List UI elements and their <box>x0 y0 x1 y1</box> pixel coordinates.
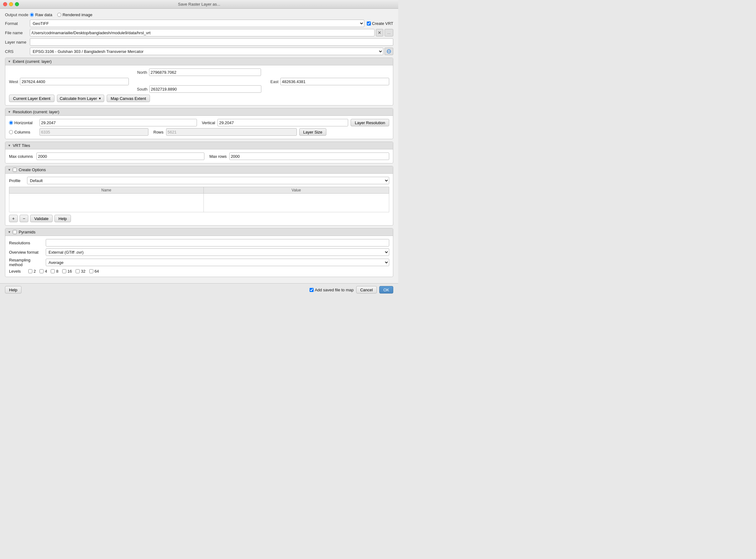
calculate-dropdown-arrow: ▼ <box>98 97 101 100</box>
pyramids-checkbox[interactable] <box>13 230 17 234</box>
help-options-button[interactable]: Help <box>54 215 71 222</box>
vertical-label: Vertical <box>202 120 215 125</box>
layer-resolution-button[interactable]: Layer Resolution <box>351 119 389 126</box>
raw-data-label: Raw data <box>35 13 52 17</box>
level-64-label: 64 <box>95 269 99 274</box>
level-8-label: 8 <box>56 269 58 274</box>
level-4-option[interactable]: 4 <box>40 269 47 274</box>
window-title: Save Raster Layer as... <box>178 2 220 6</box>
horizontal-radio[interactable] <box>9 121 13 125</box>
pyramids-arrow: ▼ <box>8 230 11 234</box>
maximize-button[interactable] <box>15 2 19 6</box>
level-16-checkbox[interactable] <box>62 269 66 273</box>
raw-data-radio[interactable] <box>30 13 34 17</box>
create-options-section-header[interactable]: ▼ Create Options <box>5 166 393 174</box>
horizontal-radio-label[interactable]: Horizontal <box>9 120 37 125</box>
extent-section-content: North 2796879.7062 West 297624.4400 East… <box>5 65 393 105</box>
profile-select[interactable]: Default <box>27 177 389 184</box>
validate-button[interactable]: Validate <box>30 215 52 222</box>
south-row: South 2632719.8890 <box>9 85 389 93</box>
ok-button[interactable]: OK <box>379 286 393 293</box>
level-8-checkbox[interactable] <box>51 269 55 273</box>
level-64-checkbox[interactable] <box>89 269 93 273</box>
south-input[interactable]: 2632719.8890 <box>149 85 261 93</box>
levels-row: Levels 2 4 8 16 <box>9 269 389 274</box>
filename-label: File name <box>5 30 30 35</box>
raw-data-option[interactable]: Raw data <box>30 13 52 17</box>
create-vrt-checkbox[interactable] <box>367 21 371 25</box>
map-canvas-extent-button[interactable]: Map Canvas Extent <box>107 95 150 102</box>
profile-row: Profile Default <box>9 177 389 184</box>
extent-section: ▼ Extent (current: layer) North 2796879.… <box>5 58 393 106</box>
minimize-button[interactable] <box>9 2 13 6</box>
vrt-tiles-arrow: ▼ <box>8 144 11 147</box>
west-input[interactable]: 297624.4400 <box>20 78 129 85</box>
rows-label: Rows <box>153 130 164 134</box>
crs-select[interactable]: EPSG:3106 - Gulshan 303 / Bangladesh Tra… <box>30 48 383 55</box>
crs-row: CRS EPSG:3106 - Gulshan 303 / Bangladesh… <box>5 48 393 55</box>
extent-section-title: Extent (current: layer) <box>13 59 52 64</box>
level-2-checkbox[interactable] <box>28 269 32 273</box>
add-saved-checkbox[interactable] <box>310 288 314 292</box>
vrt-row: Max columns 2000 Max rows 2000 <box>9 153 389 160</box>
help-button[interactable]: Help <box>5 286 21 293</box>
create-vrt-label: Create VRT <box>372 21 393 26</box>
max-rows-input[interactable]: 2000 <box>229 153 389 160</box>
level-16-label: 16 <box>68 269 72 274</box>
level-32-option[interactable]: 32 <box>76 269 85 274</box>
columns-radio[interactable] <box>9 130 13 134</box>
format-select[interactable]: GeoTIFF <box>30 20 364 27</box>
resolutions-input[interactable] <box>46 239 389 246</box>
level-2-label: 2 <box>33 269 36 274</box>
north-input[interactable]: 2796879.7062 <box>149 68 261 76</box>
resolution-section-header[interactable]: ▼ Resolution (current: layer) <box>5 108 393 116</box>
create-options-section-title: Create Options <box>19 167 46 172</box>
level-2-option[interactable]: 2 <box>28 269 36 274</box>
overview-format-select[interactable]: External (GTiff .ovr) <box>46 248 389 256</box>
dialog-body: Output mode Raw data Rendered image Form… <box>0 9 398 283</box>
filename-browse-button[interactable]: … <box>385 29 393 37</box>
level-8-option[interactable]: 8 <box>51 269 58 274</box>
crs-icon-button[interactable] <box>385 48 393 55</box>
horizontal-row: Horizontal 29.2047 Vertical 29.2047 Laye… <box>9 119 389 126</box>
south-label: South <box>137 87 147 91</box>
east-input[interactable]: 482636.4381 <box>280 78 389 85</box>
rows-input[interactable]: 5621 <box>166 128 297 136</box>
pyramids-section-header[interactable]: ▼ Pyramids <box>5 228 393 236</box>
resampling-select[interactable]: Average <box>46 259 389 266</box>
filename-input[interactable]: /Users/codrinamariailie/Desktop/banglade… <box>30 29 374 37</box>
level-64-option[interactable]: 64 <box>89 269 99 274</box>
create-vrt-option[interactable]: Create VRT <box>367 21 393 26</box>
extent-section-header[interactable]: ▼ Extent (current: layer) <box>5 58 393 65</box>
add-option-button[interactable]: + <box>9 215 18 222</box>
vrt-tiles-section-header[interactable]: ▼ VRT Tiles <box>5 142 393 150</box>
filename-clear-button[interactable]: ✕ <box>376 29 383 37</box>
resolutions-row: Resolutions <box>9 239 389 246</box>
layername-input[interactable] <box>30 38 393 46</box>
name-column-header: Name <box>9 187 204 194</box>
close-button[interactable] <box>3 2 7 6</box>
window-controls[interactable] <box>3 2 19 6</box>
cancel-button[interactable]: Cancel <box>356 286 377 293</box>
level-16-option[interactable]: 16 <box>62 269 72 274</box>
level-4-checkbox[interactable] <box>40 269 44 273</box>
calculate-from-layer-button[interactable]: Calculate from Layer ▼ <box>57 95 104 102</box>
current-layer-extent-button[interactable]: Current Layer Extent <box>9 95 54 102</box>
extent-buttons: Current Layer Extent Calculate from Laye… <box>9 95 389 102</box>
value-column-header: Value <box>204 187 389 194</box>
level-32-checkbox[interactable] <box>76 269 79 273</box>
vertical-input[interactable]: 29.2047 <box>217 119 348 126</box>
remove-option-button[interactable]: − <box>20 215 28 222</box>
horizontal-input[interactable]: 29.2047 <box>40 119 197 126</box>
layer-size-button[interactable]: Layer Size <box>299 128 326 136</box>
max-columns-input[interactable]: 2000 <box>37 153 204 160</box>
rendered-image-radio[interactable] <box>57 13 61 17</box>
rendered-image-label: Rendered image <box>63 13 92 17</box>
vrt-tiles-section-content: Max columns 2000 Max rows 2000 <box>5 150 393 163</box>
columns-radio-label[interactable]: Columns <box>9 130 37 134</box>
columns-input[interactable]: 6335 <box>40 128 148 136</box>
globe-icon <box>386 49 391 54</box>
create-options-checkbox[interactable] <box>13 168 17 172</box>
add-saved-option[interactable]: Add saved file to map <box>310 288 354 292</box>
rendered-image-option[interactable]: Rendered image <box>57 13 92 17</box>
